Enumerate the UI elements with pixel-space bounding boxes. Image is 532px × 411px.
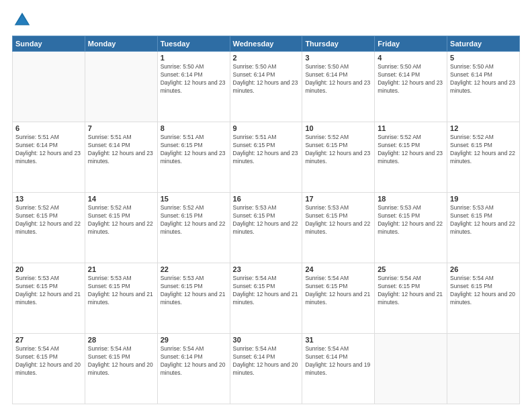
- day-info: Sunrise: 5:52 AM Sunset: 6:15 PM Dayligh…: [305, 134, 371, 166]
- day-number: 28: [88, 336, 154, 344]
- day-info: Sunrise: 5:54 AM Sunset: 6:15 PM Dayligh…: [15, 345, 82, 377]
- day-info: Sunrise: 5:54 AM Sunset: 6:14 PM Dayligh…: [161, 345, 227, 377]
- day-number: 22: [161, 265, 227, 273]
- day-info: Sunrise: 5:51 AM Sunset: 6:15 PM Dayligh…: [161, 134, 227, 166]
- day-number: 26: [450, 265, 517, 273]
- day-number: 21: [88, 265, 154, 273]
- weekday-header-row: SundayMondayTuesdayWednesdayThursdayFrid…: [13, 36, 520, 52]
- day-number: 10: [305, 124, 371, 132]
- calendar-cell: [375, 334, 447, 404]
- logo-icon: [12, 10, 32, 30]
- day-info: Sunrise: 5:51 AM Sunset: 6:14 PM Dayligh…: [15, 134, 82, 166]
- day-info: Sunrise: 5:53 AM Sunset: 6:15 PM Dayligh…: [305, 204, 371, 236]
- calendar-cell: 10Sunrise: 5:52 AM Sunset: 6:15 PM Dayli…: [302, 122, 375, 193]
- calendar-cell: 20Sunrise: 5:53 AM Sunset: 6:15 PM Dayli…: [13, 263, 85, 334]
- calendar-cell: 18Sunrise: 5:53 AM Sunset: 6:15 PM Dayli…: [375, 193, 447, 263]
- calendar-cell: 26Sunrise: 5:54 AM Sunset: 6:15 PM Dayli…: [447, 263, 520, 334]
- calendar-cell: 13Sunrise: 5:52 AM Sunset: 6:15 PM Dayli…: [13, 193, 85, 263]
- day-number: 1: [161, 54, 227, 62]
- day-number: 16: [233, 195, 300, 203]
- calendar-cell: 24Sunrise: 5:54 AM Sunset: 6:15 PM Dayli…: [302, 263, 375, 334]
- day-info: Sunrise: 5:50 AM Sunset: 6:14 PM Dayligh…: [378, 63, 444, 95]
- calendar-cell: 29Sunrise: 5:54 AM Sunset: 6:14 PM Dayli…: [157, 334, 230, 404]
- day-number: 18: [378, 195, 444, 203]
- calendar-week-row: 1Sunrise: 5:50 AM Sunset: 6:14 PM Daylig…: [13, 52, 520, 122]
- day-info: Sunrise: 5:53 AM Sunset: 6:15 PM Dayligh…: [450, 204, 517, 236]
- weekday-header-saturday: Saturday: [447, 36, 520, 52]
- day-number: 14: [88, 195, 154, 203]
- calendar-cell: 5Sunrise: 5:50 AM Sunset: 6:14 PM Daylig…: [447, 52, 520, 122]
- calendar-cell: 27Sunrise: 5:54 AM Sunset: 6:15 PM Dayli…: [13, 334, 85, 404]
- logo: [12, 10, 35, 30]
- day-number: 4: [378, 54, 444, 62]
- day-number: 25: [378, 265, 444, 273]
- day-info: Sunrise: 5:52 AM Sunset: 6:15 PM Dayligh…: [161, 204, 227, 236]
- day-number: 5: [450, 54, 517, 62]
- day-number: 13: [15, 195, 82, 203]
- day-number: 6: [15, 124, 82, 132]
- day-number: 27: [15, 336, 82, 344]
- calendar-week-row: 6Sunrise: 5:51 AM Sunset: 6:14 PM Daylig…: [13, 122, 520, 193]
- calendar-cell: 21Sunrise: 5:53 AM Sunset: 6:15 PM Dayli…: [85, 263, 157, 334]
- day-info: Sunrise: 5:53 AM Sunset: 6:15 PM Dayligh…: [15, 275, 82, 307]
- day-number: 30: [233, 336, 300, 344]
- day-info: Sunrise: 5:51 AM Sunset: 6:15 PM Dayligh…: [233, 134, 300, 166]
- day-number: 15: [161, 195, 227, 203]
- day-number: 7: [88, 124, 154, 132]
- day-info: Sunrise: 5:52 AM Sunset: 6:15 PM Dayligh…: [378, 134, 444, 166]
- calendar-cell: 14Sunrise: 5:52 AM Sunset: 6:15 PM Dayli…: [85, 193, 157, 263]
- calendar-week-row: 20Sunrise: 5:53 AM Sunset: 6:15 PM Dayli…: [13, 263, 520, 334]
- calendar-week-row: 27Sunrise: 5:54 AM Sunset: 6:15 PM Dayli…: [13, 334, 520, 404]
- calendar-cell: 17Sunrise: 5:53 AM Sunset: 6:15 PM Dayli…: [302, 193, 375, 263]
- calendar-cell: 3Sunrise: 5:50 AM Sunset: 6:14 PM Daylig…: [302, 52, 375, 122]
- calendar-cell: 23Sunrise: 5:54 AM Sunset: 6:15 PM Dayli…: [230, 263, 302, 334]
- calendar-cell: 31Sunrise: 5:54 AM Sunset: 6:14 PM Dayli…: [302, 334, 375, 404]
- day-info: Sunrise: 5:53 AM Sunset: 6:15 PM Dayligh…: [88, 275, 154, 307]
- calendar-cell: 12Sunrise: 5:52 AM Sunset: 6:15 PM Dayli…: [447, 122, 520, 193]
- weekday-header-monday: Monday: [85, 36, 157, 52]
- calendar-cell: 11Sunrise: 5:52 AM Sunset: 6:15 PM Dayli…: [375, 122, 447, 193]
- calendar-cell: 25Sunrise: 5:54 AM Sunset: 6:15 PM Dayli…: [375, 263, 447, 334]
- weekday-header-friday: Friday: [375, 36, 447, 52]
- day-info: Sunrise: 5:50 AM Sunset: 6:14 PM Dayligh…: [233, 63, 300, 95]
- day-info: Sunrise: 5:52 AM Sunset: 6:15 PM Dayligh…: [450, 134, 517, 166]
- weekday-header-sunday: Sunday: [13, 36, 85, 52]
- day-info: Sunrise: 5:52 AM Sunset: 6:15 PM Dayligh…: [15, 204, 82, 236]
- calendar-cell: 4Sunrise: 5:50 AM Sunset: 6:14 PM Daylig…: [375, 52, 447, 122]
- day-number: 9: [233, 124, 300, 132]
- day-info: Sunrise: 5:53 AM Sunset: 6:15 PM Dayligh…: [378, 204, 444, 236]
- day-info: Sunrise: 5:54 AM Sunset: 6:15 PM Dayligh…: [450, 275, 517, 307]
- day-number: 17: [305, 195, 371, 203]
- day-number: 23: [233, 265, 300, 273]
- calendar-cell: 28Sunrise: 5:54 AM Sunset: 6:15 PM Dayli…: [85, 334, 157, 404]
- calendar-table: SundayMondayTuesdayWednesdayThursdayFrid…: [12, 36, 520, 404]
- calendar-cell: 1Sunrise: 5:50 AM Sunset: 6:14 PM Daylig…: [157, 52, 230, 122]
- day-info: Sunrise: 5:50 AM Sunset: 6:14 PM Dayligh…: [450, 63, 517, 95]
- day-number: 24: [305, 265, 371, 273]
- day-info: Sunrise: 5:53 AM Sunset: 6:15 PM Dayligh…: [233, 204, 300, 236]
- weekday-header-tuesday: Tuesday: [157, 36, 230, 52]
- day-number: 11: [378, 124, 444, 132]
- calendar-cell: 15Sunrise: 5:52 AM Sunset: 6:15 PM Dayli…: [157, 193, 230, 263]
- calendar-cell: 9Sunrise: 5:51 AM Sunset: 6:15 PM Daylig…: [230, 122, 302, 193]
- day-info: Sunrise: 5:54 AM Sunset: 6:15 PM Dayligh…: [88, 345, 154, 377]
- day-number: 12: [450, 124, 517, 132]
- day-info: Sunrise: 5:53 AM Sunset: 6:15 PM Dayligh…: [161, 275, 227, 307]
- calendar-week-row: 13Sunrise: 5:52 AM Sunset: 6:15 PM Dayli…: [13, 193, 520, 263]
- day-info: Sunrise: 5:52 AM Sunset: 6:15 PM Dayligh…: [88, 204, 154, 236]
- day-number: 2: [233, 54, 300, 62]
- calendar-cell: 2Sunrise: 5:50 AM Sunset: 6:14 PM Daylig…: [230, 52, 302, 122]
- calendar-cell: 6Sunrise: 5:51 AM Sunset: 6:14 PM Daylig…: [13, 122, 85, 193]
- day-number: 20: [15, 265, 82, 273]
- calendar-cell: 8Sunrise: 5:51 AM Sunset: 6:15 PM Daylig…: [157, 122, 230, 193]
- calendar-cell: [13, 52, 85, 122]
- calendar-cell: 16Sunrise: 5:53 AM Sunset: 6:15 PM Dayli…: [230, 193, 302, 263]
- day-info: Sunrise: 5:54 AM Sunset: 6:15 PM Dayligh…: [305, 275, 371, 307]
- weekday-header-wednesday: Wednesday: [230, 36, 302, 52]
- day-number: 31: [305, 336, 371, 344]
- day-info: Sunrise: 5:54 AM Sunset: 6:14 PM Dayligh…: [305, 345, 371, 377]
- day-number: 19: [450, 195, 517, 203]
- calendar-cell: [85, 52, 157, 122]
- page: SundayMondayTuesdayWednesdayThursdayFrid…: [0, 0, 532, 411]
- day-number: 29: [161, 336, 227, 344]
